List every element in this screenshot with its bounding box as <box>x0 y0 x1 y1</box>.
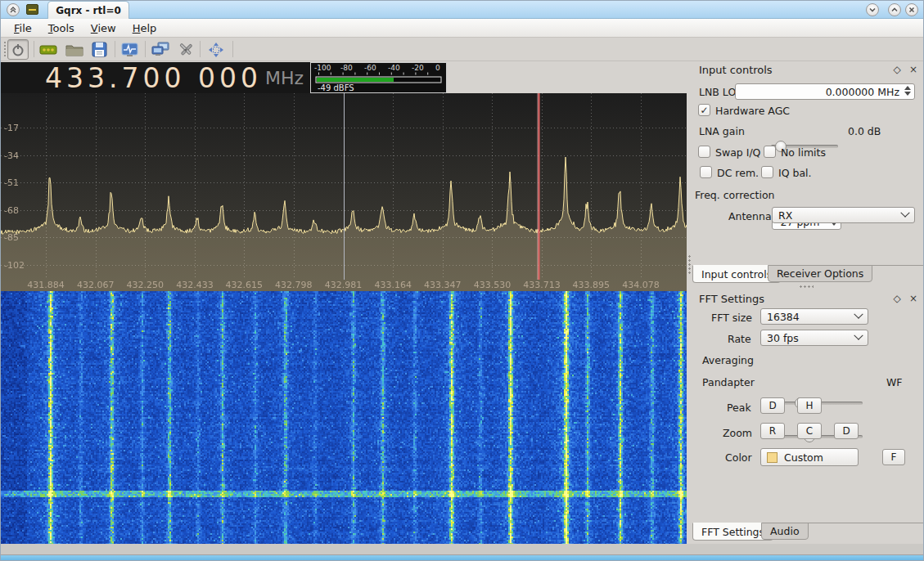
color-value: Custom <box>784 451 852 464</box>
iq-bal-checkbox[interactable] <box>761 166 773 178</box>
window-bottom-margin <box>1 544 923 554</box>
taskbar-edge <box>1 555 923 561</box>
meter-tick-label: -60 <box>364 64 376 72</box>
lnb-lo-value[interactable]: 0.000000 MHz <box>740 86 899 98</box>
toolbar-separator <box>115 41 115 57</box>
dock-panel: Input controls ◇ × LNB LO 0.000000 MHz ✓… <box>692 62 924 544</box>
meter-tick-label: 0 <box>435 64 440 72</box>
lnb-lo-label: LNB LO <box>699 86 736 98</box>
chevron-up-icon <box>890 6 899 14</box>
tuner-card-icon <box>39 43 57 57</box>
fullscreen-button[interactable] <box>205 39 227 60</box>
rate-label: Rate <box>728 333 751 345</box>
toolbar <box>1 38 923 61</box>
swap-iq-checkbox[interactable] <box>698 146 710 158</box>
splitter-grip-icon <box>688 254 691 276</box>
close-dock-icon[interactable]: × <box>908 64 919 75</box>
no-limits-label: No limits <box>781 146 826 159</box>
double-chevron-up-icon <box>9 6 17 14</box>
power-button[interactable] <box>7 39 29 60</box>
toolbar-separator <box>145 41 146 57</box>
meter-reading: -49 dBFS <box>318 83 354 92</box>
dock-splitter-grip-icon[interactable] <box>799 285 814 288</box>
waterfall-display[interactable] <box>1 291 687 544</box>
hardware-agc-label: Hardware AGC <box>715 105 790 117</box>
gqrx-window: Gqrx - rtl=0 File Tools View Help <box>0 0 924 561</box>
tab-receiver-options[interactable]: Receiver Options <box>768 265 872 282</box>
float-dock-icon[interactable]: ◇ <box>891 293 903 304</box>
peak-label: Peak <box>727 402 751 414</box>
zoom-reset-button[interactable]: R <box>760 423 785 439</box>
dock-splitter[interactable] <box>687 62 692 544</box>
freq-correction-label: Freq. correction <box>695 189 775 201</box>
menu-tools[interactable]: Tools <box>40 20 83 36</box>
antenna-combobox[interactable]: RX <box>772 207 915 223</box>
tab-audio[interactable]: Audio <box>761 523 809 540</box>
io-devices-button[interactable] <box>38 39 59 60</box>
zoom-center-button[interactable]: C <box>797 423 822 439</box>
dc-rem-checkbox[interactable] <box>700 166 712 178</box>
gqrx-app-icon <box>26 4 38 15</box>
input-controls-title: Input controls <box>699 64 773 76</box>
power-icon <box>11 43 25 57</box>
fill-button[interactable]: F <box>882 449 905 465</box>
color-swatch <box>767 452 778 463</box>
swap-iq-label: Swap I/Q <box>715 146 760 159</box>
dc-rem-label: DC rem. <box>717 167 759 179</box>
lnb-lo-spinbox[interactable]: 0.000000 MHz <box>735 83 915 100</box>
meter-tick-label: -40 <box>388 64 400 72</box>
menu-file[interactable]: File <box>6 20 40 36</box>
averaging-label: Averaging <box>702 354 754 366</box>
frequency-unit: MHz <box>265 68 304 88</box>
move-arrows-icon <box>208 42 224 58</box>
save-file-button[interactable] <box>88 39 110 60</box>
dsp-display-button[interactable] <box>119 39 140 60</box>
chevron-down-icon <box>868 6 877 14</box>
close-icon <box>908 6 916 14</box>
no-limits-checkbox[interactable] <box>764 146 776 158</box>
rate-combobox[interactable]: 30 fps <box>760 330 868 346</box>
antenna-value: RX <box>778 209 902 222</box>
spin-arrows-icon[interactable] <box>904 86 911 96</box>
peak-detect-button[interactable]: D <box>760 397 785 414</box>
menubar: File Tools View Help <box>1 19 923 38</box>
minimize-button[interactable] <box>866 3 879 16</box>
oscilloscope-icon <box>121 43 138 57</box>
zoom-demod-button[interactable]: D <box>834 423 859 439</box>
menu-view[interactable]: View <box>83 20 124 36</box>
remote-control-button[interactable] <box>150 39 171 60</box>
meter-tick-label: -100 <box>314 64 331 72</box>
wf-label: WF <box>886 376 903 388</box>
close-button[interactable] <box>905 3 918 16</box>
float-dock-icon[interactable]: ◇ <box>891 64 903 75</box>
configure-button[interactable] <box>175 39 196 60</box>
antenna-label: Antenna <box>728 210 772 222</box>
fft-settings-title: FFT Settings <box>699 293 764 305</box>
frequency-digits[interactable]: 433.700 000 <box>45 62 262 94</box>
maximize-button[interactable] <box>888 3 901 16</box>
fft-size-label: FFT size <box>711 312 752 324</box>
rate-value: 30 fps <box>767 332 855 344</box>
color-combobox[interactable]: Custom <box>760 448 859 466</box>
folder-icon <box>65 43 83 57</box>
networked-computers-icon <box>151 42 169 57</box>
fft-size-combobox[interactable]: 16384 <box>760 308 868 325</box>
zoom-label: Zoom <box>723 427 752 439</box>
frequency-display[interactable]: 433.700 000 MHz <box>1 62 310 93</box>
meter-tick-label: -20 <box>412 64 424 72</box>
toolbar-separator <box>200 41 201 57</box>
open-file-button[interactable] <box>64 39 85 60</box>
peak-hold-button[interactable]: H <box>797 397 822 414</box>
spectrum-plot[interactable] <box>1 93 687 291</box>
hardware-agc-checkbox[interactable]: ✓ <box>698 104 710 116</box>
titlebar[interactable]: Gqrx - rtl=0 <box>1 1 923 19</box>
chevron-down-icon <box>854 331 863 340</box>
chevron-down-icon <box>854 310 863 319</box>
lna-gain-value: 0.0 dB <box>848 125 881 137</box>
lna-gain-label: LNA gain <box>699 125 745 137</box>
window-title[interactable]: Gqrx - rtl=0 <box>47 1 129 19</box>
shade-window-button[interactable] <box>7 3 20 16</box>
menu-help[interactable]: Help <box>124 20 165 36</box>
close-dock-icon[interactable]: × <box>908 293 919 304</box>
meter-bar <box>317 78 394 82</box>
